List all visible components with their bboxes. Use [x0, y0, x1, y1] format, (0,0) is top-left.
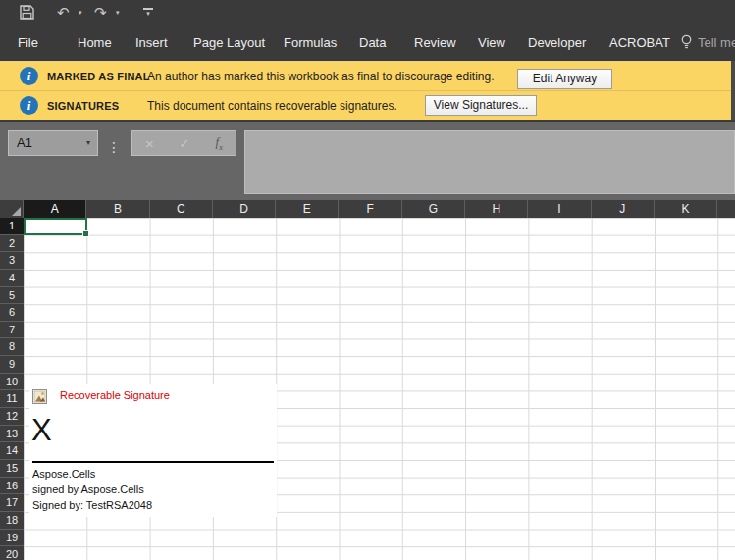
formula-bar-strip: A1 ▾ ⋮ × ✓ fx	[0, 120, 735, 200]
tab-developer[interactable]: Developer	[528, 25, 586, 61]
formula-buttons: × ✓ fx	[131, 130, 236, 156]
column-header-e[interactable]: E	[276, 200, 339, 218]
view-signatures-button[interactable]: View Signatures...	[425, 95, 537, 116]
ribbon-tabs: Tell me FileHomeInsertPage LayoutFormula…	[0, 25, 735, 61]
signature-line	[32, 461, 274, 463]
column-header-d[interactable]: D	[213, 200, 276, 218]
column-header-f[interactable]: F	[339, 200, 401, 218]
row-header-2[interactable]: 2	[0, 235, 24, 253]
tab-page-layout[interactable]: Page Layout	[193, 25, 265, 61]
tab-review[interactable]: Review	[414, 25, 456, 61]
redo-icon[interactable]: ↷	[94, 0, 107, 25]
signature-object[interactable]: Recoverable Signature X Aspose.Cells sig…	[29, 384, 277, 517]
row-header-10[interactable]: 10	[0, 374, 24, 391]
row-headers: 123456789101112131415161718192021	[0, 218, 24, 560]
row-header-11[interactable]: 11	[0, 390, 24, 408]
name-box[interactable]: A1 ▾	[8, 130, 98, 156]
row-header-5[interactable]: 5	[0, 287, 24, 305]
formula-bar-separator-dots: ⋮	[107, 140, 121, 154]
signatures-label: SIGNATURES	[47, 91, 119, 121]
row-header-13[interactable]: 13	[0, 426, 24, 443]
row-header-19[interactable]: 19	[0, 530, 24, 547]
excel-window: ↶ ▾ ↷ ▾ ▾ Tell me FileHomeInsertPage Lay…	[0, 0, 735, 560]
marked-as-final-message: An author has marked this workbook as fi…	[147, 62, 495, 91]
tab-file[interactable]: File	[18, 25, 38, 61]
fx-x: x	[219, 142, 223, 152]
undo-dropdown-icon[interactable]: ▾	[79, 0, 82, 25]
selected-cell-a1[interactable]	[24, 218, 87, 235]
signature-signed-line: signed by Aspose.Cells	[32, 484, 144, 495]
column-headers: ABCDEFGHIJK	[24, 200, 735, 218]
info-icon: i	[20, 67, 38, 85]
row-header-16[interactable]: 16	[0, 478, 24, 495]
name-box-value: A1	[17, 131, 32, 155]
signatures-message: This document contains recoverable signa…	[147, 91, 397, 121]
signature-x-mark: X	[31, 414, 52, 447]
row-header-1[interactable]: 1	[0, 218, 24, 235]
name-box-dropdown-icon[interactable]: ▾	[86, 131, 90, 155]
signature-image-icon	[32, 389, 47, 404]
row-header-9[interactable]: 9	[0, 356, 24, 374]
insert-function-icon[interactable]: fx	[215, 134, 223, 152]
tab-formulas[interactable]: Formulas	[284, 25, 337, 61]
signature-signer: Aspose.Cells	[32, 468, 95, 480]
column-header-c[interactable]: C	[150, 200, 213, 218]
info-icon: i	[20, 96, 38, 115]
undo-icon[interactable]: ↶	[57, 0, 70, 25]
column-header-k[interactable]: K	[655, 200, 717, 218]
signatures-banner: i SIGNATURES This document contains reco…	[0, 90, 735, 120]
cancel-icon[interactable]: ×	[145, 135, 154, 152]
row-header-3[interactable]: 3	[0, 252, 24, 270]
tab-view[interactable]: View	[478, 25, 505, 61]
signature-signed-by: Signed by: TestRSA2048	[32, 499, 152, 511]
column-header-b[interactable]: B	[86, 200, 149, 218]
save-icon[interactable]	[20, 5, 34, 20]
formula-bar-input[interactable]	[244, 130, 735, 194]
row-header-8[interactable]: 8	[0, 338, 24, 356]
column-header-j[interactable]: J	[592, 200, 655, 218]
edit-anyway-button[interactable]: Edit Anyway	[517, 69, 612, 89]
marked-as-final-label: MARKED AS FINAL	[47, 62, 150, 91]
tab-insert[interactable]: Insert	[135, 25, 168, 61]
customize-quick-access-toolbar-icon[interactable]: ▾	[143, 8, 153, 17]
title-bar: ↶ ▾ ↷ ▾ ▾	[0, 0, 735, 25]
fill-handle[interactable]	[82, 230, 89, 237]
column-header-partial[interactable]	[717, 200, 735, 218]
tab-acrobat[interactable]: ACROBAT	[609, 25, 670, 61]
row-header-20[interactable]: 20	[0, 546, 24, 560]
select-all-corner[interactable]	[0, 200, 24, 218]
column-header-g[interactable]: G	[402, 200, 465, 218]
row-header-17[interactable]: 17	[0, 494, 24, 512]
redo-dropdown-icon[interactable]: ▾	[116, 0, 120, 25]
tab-home[interactable]: Home	[78, 25, 112, 61]
signature-status-text: Recoverable Signature	[60, 389, 170, 401]
row-header-15[interactable]: 15	[0, 460, 24, 478]
row-header-6[interactable]: 6	[0, 304, 24, 322]
tell-me[interactable]: Tell me	[698, 25, 735, 61]
column-header-h[interactable]: H	[465, 200, 528, 218]
window-edge	[731, 61, 735, 120]
tell-me-bulb-icon	[680, 34, 693, 51]
enter-icon[interactable]: ✓	[180, 136, 190, 151]
row-header-18[interactable]: 18	[0, 512, 24, 530]
column-header-i[interactable]: I	[528, 200, 591, 218]
tab-data[interactable]: Data	[359, 25, 386, 61]
row-header-7[interactable]: 7	[0, 322, 24, 339]
row-header-12[interactable]: 12	[0, 408, 24, 426]
column-header-a[interactable]: A	[24, 200, 86, 218]
row-header-4[interactable]: 4	[0, 270, 24, 287]
customize-chevron: ▾	[143, 10, 153, 17]
marked-as-final-banner: i MARKED AS FINAL An author has marked t…	[0, 61, 735, 90]
select-all-triangle-icon	[12, 207, 21, 216]
row-header-14[interactable]: 14	[0, 442, 24, 460]
